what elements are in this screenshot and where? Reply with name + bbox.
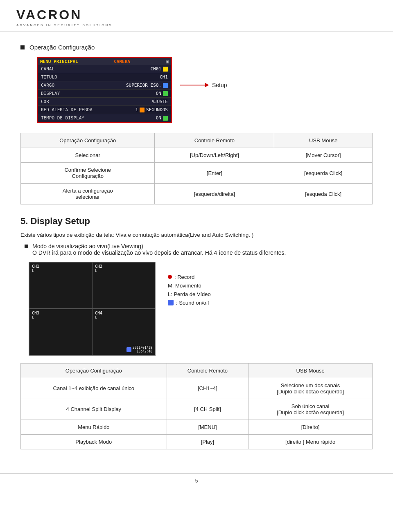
speaker-lg-icon xyxy=(168,300,174,305)
table-header-3: USB Mouse xyxy=(274,133,373,148)
sub-bullet-icon xyxy=(25,245,28,248)
table-cell: Menu Rápido xyxy=(21,420,167,434)
table-cell: Playback Modo xyxy=(21,434,167,449)
live-cell-ch1: CH1 L xyxy=(29,262,92,309)
section5-number: 5. xyxy=(20,216,28,226)
table-cell: [direito ] Menu rápido xyxy=(248,434,373,449)
arrow-head xyxy=(205,83,209,88)
table-header-1: Operação Configuração xyxy=(21,133,155,148)
table-cell: Selecionar xyxy=(21,148,155,163)
table-cell: [4 CH Split] xyxy=(167,399,248,420)
cell-bottom: 2011/01/1813:42:48 xyxy=(126,346,152,353)
setup-label: Setup xyxy=(212,82,227,88)
screenshot-area: MENU PRINCIPAL CAMERA ▣ CANAL CH01 TITUL… xyxy=(37,57,373,123)
bullet-icon xyxy=(20,45,25,49)
table-row: Playback Modo [Play] [direito ] Menu ráp… xyxy=(21,434,373,449)
live-view-section: CH1 L CH2 L CH3 L CH4 L 2011/01/1813:42:… xyxy=(29,262,373,356)
table-cell: [esquerda/direita] xyxy=(155,184,274,204)
sub-bullet-label: Modo de visualização ao vivo(Live Viewin… xyxy=(32,243,143,249)
table-header-2: Controle Remoto xyxy=(155,133,274,148)
table-cell: 4 Channel Split Display xyxy=(21,399,167,420)
speaker-icon xyxy=(126,347,131,352)
dvr-row-display: DISPLAY ON xyxy=(38,90,171,98)
logo-main: VACRON xyxy=(16,7,377,22)
dvr-title-right: CAMERA xyxy=(114,59,130,64)
dvr-title-left: MENU PRINCIPAL xyxy=(40,59,78,64)
main-content: Operação Configuração MENU PRINCIPAL CAM… xyxy=(0,31,393,469)
table-row: Canal 1~4 exibição de canal único [CH1~4… xyxy=(21,378,373,399)
page-header: VACRON ADVANCES IN SECURITY SOLUTIONS xyxy=(0,0,393,31)
dvr-icon xyxy=(163,67,168,72)
section5-intro: Existe vários tipos de exibição da tela:… xyxy=(20,231,373,240)
dvr-row-titulo: TITULO CH1 xyxy=(38,73,171,81)
legend-area: : Record M: Movimento L: Perda de Vídeo … xyxy=(168,262,211,306)
table-row: Confirme SelecioneConfiguração [Enter] [… xyxy=(21,163,373,184)
live-cell-ch2: CH2 L xyxy=(92,262,155,309)
table-row: 4 Channel Split Display [4 CH Split] Sob… xyxy=(21,399,373,420)
legend-sound-text: : Sound on/off xyxy=(176,300,209,306)
sub-bullet-text: O DVR irá para o modo de visualização ao… xyxy=(32,249,286,256)
page-footer: 5 xyxy=(0,473,393,488)
s5-table-header-2: Controle Remoto xyxy=(167,363,248,378)
dvr-row-tempo: TEMPO DE DISPLAY ON xyxy=(38,114,171,122)
sub-bullet-item: Modo de visualização ao vivo(Live Viewin… xyxy=(25,243,373,256)
legend-movement: M: Movimento xyxy=(168,283,211,289)
dvr-icon-orange xyxy=(140,108,145,112)
op-config-heading-text: Operação Configuração xyxy=(29,44,95,51)
legend-m-text: M: Movimento xyxy=(168,283,201,289)
op-config-heading: Operação Configuração xyxy=(20,44,373,51)
table-cell: [Enter] xyxy=(155,163,274,184)
table-cell: Canal 1~4 exibição de canal único xyxy=(21,378,167,399)
logo-area: VACRON ADVANCES IN SECURITY SOLUTIONS xyxy=(16,7,377,27)
table-cell: [Direito] xyxy=(248,420,373,434)
section5-table: Operação Configuração Controle Remoto US… xyxy=(20,363,373,449)
s5-table-header-3: USB Mouse xyxy=(248,363,373,378)
table-row: Menu Rápido [MENU] [Direito] xyxy=(21,420,373,434)
table-cell: Sob único canal[Duplo click botão esquer… xyxy=(248,399,373,420)
legend-l-text: L: Perda de Vídeo xyxy=(168,291,211,297)
arrow-line xyxy=(180,85,205,85)
table-cell: Selecione um dos canais[Duplo click botã… xyxy=(248,378,373,399)
table-cell: [esqueda Click] xyxy=(274,184,373,204)
table-cell: [CH1~4] xyxy=(167,378,248,399)
section5-title-text: Display Setup xyxy=(30,216,90,226)
live-cell-ch4: CH4 L 2011/01/1813:42:48 xyxy=(92,309,155,355)
page-number: 5 xyxy=(195,478,198,484)
table-row: Alerta a configuraçãoselecionar [esquerd… xyxy=(21,184,373,204)
setup-arrow: Setup xyxy=(180,82,227,88)
dvr-menu-screenshot: MENU PRINCIPAL CAMERA ▣ CANAL CH01 TITUL… xyxy=(37,57,172,123)
table-row: Selecionar [Up/Down/Left/Right] [Mover C… xyxy=(21,148,373,163)
logo-sub: ADVANCES IN SECURITY SOLUTIONS xyxy=(16,23,377,27)
table-cell: [MENU] xyxy=(167,420,248,434)
op-config-table: Operação Configuração Controle Remoto US… xyxy=(20,133,373,204)
table-cell: [Up/Down/Left/Right] xyxy=(155,148,274,163)
legend-record-text: : Record xyxy=(174,274,194,280)
legend-sound: : Sound on/off xyxy=(168,300,211,306)
dvr-row-canal: CANAL CH01 xyxy=(38,65,171,73)
section5-title: 5. Display Setup xyxy=(20,216,373,227)
dvr-title-bar: MENU PRINCIPAL CAMERA ▣ xyxy=(38,58,171,65)
table-cell: [esquerda Click] xyxy=(274,163,373,184)
sub-bullet-content: Modo de visualização ao vivo(Live Viewin… xyxy=(32,243,286,256)
live-view-grid: CH1 L CH2 L CH3 L CH4 L 2011/01/1813:42:… xyxy=(29,262,156,356)
red-dot-icon xyxy=(168,275,172,279)
dvr-icon-green xyxy=(163,91,168,96)
dvr-row-cargo: CARGO SUPERIOR ESQ. xyxy=(38,81,171,90)
table-cell: Confirme SelecioneConfiguração xyxy=(21,163,155,184)
dvr-row-red-alerta: RED ALERTA DE PERDA 1 SEGUNDOS xyxy=(38,106,171,114)
live-cell-ch3: CH3 L xyxy=(29,309,92,355)
legend-loss: L: Perda de Vídeo xyxy=(168,291,211,297)
dvr-title-icon: ▣ xyxy=(166,59,169,64)
table-cell: Alerta a configuraçãoselecionar xyxy=(21,184,155,204)
table-cell: [Play] xyxy=(167,434,248,449)
dvr-icon-green2 xyxy=(163,116,168,121)
dvr-row-cor: COR AJUSTE xyxy=(38,98,171,106)
s5-table-header-1: Operação Configuração xyxy=(21,363,167,378)
legend-record: : Record xyxy=(168,274,211,280)
timestamp: 2011/01/1813:42:48 xyxy=(126,346,152,353)
dvr-icon-blue xyxy=(163,83,168,88)
table-cell: [Mover Cursor] xyxy=(274,148,373,163)
